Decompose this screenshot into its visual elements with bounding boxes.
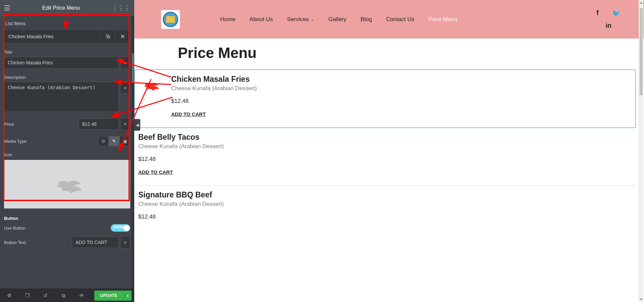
- menu-item-desc: Cheese Kunafa (Arabian Dessert): [171, 85, 635, 92]
- remove-button[interactable]: ✕: [115, 30, 130, 43]
- nav-price-menu[interactable]: Price Menu: [428, 16, 457, 23]
- update-button[interactable]: UPDATE: [94, 291, 123, 301]
- phoenix-icon: [140, 77, 160, 94]
- preview-scrollbar[interactable]: ▲ ▼: [639, 0, 643, 302]
- layers-icon: ❐: [25, 293, 30, 299]
- database-icon: ≡: [124, 60, 127, 65]
- apps-grid-icon[interactable]: ⋮⋮⋮: [112, 4, 130, 12]
- media-type-label: Media Type: [4, 139, 98, 144]
- database-icon: ≡: [124, 85, 127, 90]
- price-menu-list: Chicken Masala Fries Cheese Kunafa (Arab…: [134, 69, 644, 230]
- scroll-thumb[interactable]: [640, 8, 643, 95]
- editor-panel: ☰ Edit Price Menu ⋮⋮⋮ List Items Chicken…: [0, 0, 134, 302]
- caret-up-icon: ▲: [126, 294, 130, 297]
- panel-body: List Items Chicken Masala Fries ✕ Title …: [0, 16, 134, 289]
- button-text-label: Button Text: [4, 240, 72, 245]
- menu-item-content: Beef Belly Tacos Cheese Kunafa (Arabian …: [135, 133, 636, 175]
- panel-scrollbar[interactable]: [132, 16, 134, 289]
- icon-preview[interactable]: [4, 160, 130, 208]
- media-icon-button[interactable]: ✎: [109, 136, 119, 146]
- media-type-toggle: ⊘ ✎ ▣: [98, 136, 130, 146]
- menu-item-desc: Cheese Kunafa (Arabian Dessert): [138, 143, 636, 150]
- media-image-button[interactable]: ▣: [119, 136, 130, 146]
- image-icon: ▣: [123, 138, 127, 144]
- description-dynamic-button[interactable]: ≡: [120, 82, 130, 94]
- panel-collapse-handle[interactable]: ◀: [134, 119, 140, 131]
- panel-scroll-thumb[interactable]: [132, 53, 134, 83]
- scroll-up-arrow[interactable]: ▲: [639, 0, 643, 5]
- media-none-button[interactable]: ⊘: [98, 136, 109, 146]
- close-icon: ✕: [120, 33, 125, 40]
- menu-item-title: Signature BBQ Beef: [138, 190, 636, 199]
- settings-button[interactable]: ⚙: [0, 289, 18, 302]
- nav-services-label: Services: [287, 16, 309, 23]
- description-input[interactable]: Cheese Kunafa (Arabian Dessert): [4, 82, 119, 112]
- button-text-dynamic-button[interactable]: ≡: [120, 236, 130, 248]
- menu-item-content: Chicken Masala Fries Cheese Kunafa (Arab…: [168, 75, 635, 117]
- nav-blog[interactable]: Blog: [360, 16, 372, 23]
- database-icon: ≡: [124, 122, 127, 127]
- main-nav: Home About Us Services⌄ Gallery Blog Con…: [220, 16, 596, 23]
- facebook-icon[interactable]: f: [596, 9, 599, 17]
- use-button-label: Use Button: [4, 226, 111, 231]
- panel-footer: ⚙ ❐ ↺ ⧉ 👁 UPDATE ▲: [0, 289, 134, 302]
- hamburger-icon[interactable]: ☰: [4, 4, 10, 12]
- menu-item[interactable]: Signature BBQ Beef Cheese Kunafa (Arabia…: [134, 186, 636, 230]
- history-icon: ↺: [43, 293, 48, 299]
- add-to-cart-button[interactable]: ADD TO CART: [171, 111, 206, 117]
- item-accordion-name: Chicken Masala Fries: [4, 31, 100, 43]
- brush-icon: ✎: [112, 138, 116, 144]
- copy-icon: [106, 34, 110, 39]
- title-dynamic-button[interactable]: ≡: [120, 57, 130, 69]
- chevron-left-icon: ◀: [136, 123, 139, 127]
- menu-item[interactable]: Beef Belly Tacos Cheese Kunafa (Arabian …: [134, 128, 636, 186]
- preview-canvas: Home About Us Services⌄ Gallery Blog Con…: [134, 0, 644, 302]
- icon-label: Icon: [4, 152, 130, 157]
- menu-item-desc: Cheese Kunafa (Arabian Dessert): [138, 201, 636, 207]
- menu-item-content: Signature BBQ Beef Cheese Kunafa (Arabia…: [135, 190, 636, 220]
- update-dropdown[interactable]: ▲: [123, 291, 132, 301]
- site-logo[interactable]: [161, 10, 180, 29]
- menu-item[interactable]: Chicken Masala Fries Cheese Kunafa (Arab…: [134, 69, 636, 128]
- gear-icon: ⚙: [7, 293, 11, 299]
- menu-item-price: $12.48: [138, 156, 636, 163]
- price-input[interactable]: [79, 118, 119, 130]
- item-accordion-header[interactable]: Chicken Masala Fries ✕: [4, 29, 130, 44]
- chevron-down-icon: ⌄: [311, 17, 314, 22]
- social-links: f 🐦 in: [596, 9, 621, 29]
- phoenix-icon: [50, 173, 84, 196]
- nav-gallery[interactable]: Gallery: [328, 16, 346, 23]
- add-to-cart-button[interactable]: ADD TO CART: [138, 169, 173, 175]
- toggle-knob: [123, 225, 130, 231]
- title-input[interactable]: [4, 57, 119, 69]
- ban-icon: ⊘: [101, 138, 105, 144]
- responsive-icon: ⧉: [62, 293, 65, 299]
- panel-header: ☰ Edit Price Menu ⋮⋮⋮: [0, 0, 134, 16]
- preview-button[interactable]: 👁: [72, 289, 91, 302]
- button-text-input[interactable]: [72, 237, 119, 248]
- duplicate-button[interactable]: [100, 30, 115, 43]
- scroll-down-arrow[interactable]: ▼: [639, 297, 643, 302]
- list-items-label: List Items: [4, 19, 130, 28]
- toggle-show-label: SHOW: [113, 225, 123, 229]
- navigator-button[interactable]: ❐: [18, 289, 36, 302]
- price-label: Price: [4, 122, 79, 127]
- nav-about[interactable]: About Us: [249, 16, 273, 23]
- nav-home[interactable]: Home: [220, 16, 235, 23]
- linkedin-icon[interactable]: in: [605, 22, 611, 29]
- twitter-icon[interactable]: 🐦: [612, 9, 621, 17]
- description-label: Description: [4, 75, 130, 80]
- history-button[interactable]: ↺: [36, 289, 54, 302]
- price-dynamic-button[interactable]: ≡: [120, 118, 130, 130]
- use-button-toggle[interactable]: SHOW: [111, 224, 130, 232]
- database-icon: ≡: [124, 240, 127, 245]
- menu-item-title: Chicken Masala Fries: [171, 75, 635, 84]
- nav-contact[interactable]: Contact Us: [386, 16, 414, 23]
- nav-services[interactable]: Services⌄: [287, 16, 314, 23]
- menu-item-price: $12.48: [171, 98, 635, 105]
- menu-item-title: Beef Belly Tacos: [138, 133, 636, 142]
- button-section-label: Button: [4, 216, 130, 221]
- page-title: Price Menu: [134, 39, 644, 69]
- responsive-button[interactable]: ⧉: [54, 289, 72, 302]
- site-header: Home About Us Services⌄ Gallery Blog Con…: [134, 0, 644, 39]
